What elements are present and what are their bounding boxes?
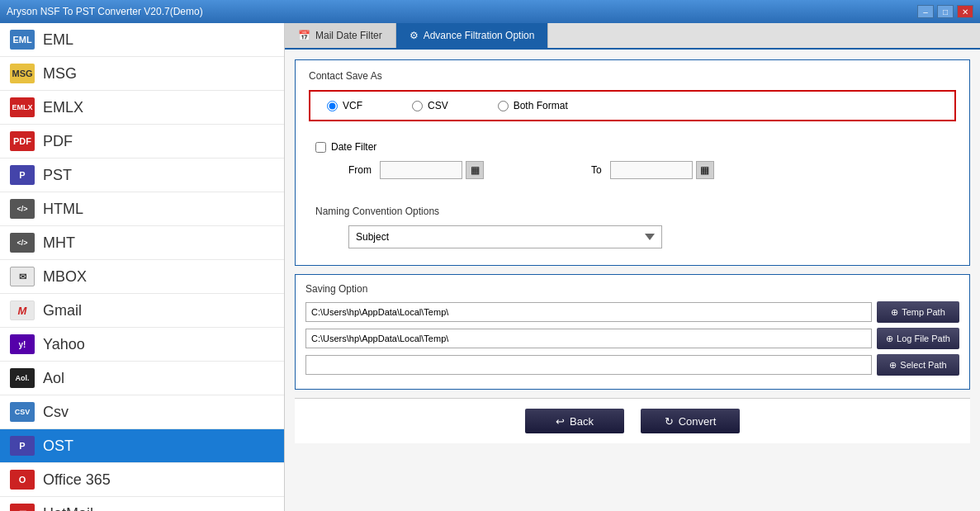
convert-label: Convert [679,415,717,428]
sidebar-label-hotmail: HotMail [43,505,93,512]
gmail-icon: M [10,300,35,320]
to-date-input[interactable] [610,161,693,179]
back-button[interactable]: ↩ Back [525,409,624,433]
pdf-icon: PDF [10,131,35,151]
mbox-icon: ✉ [10,267,35,286]
date-filter-checkbox[interactable] [315,142,326,153]
to-date-group: ▦ [610,161,714,179]
mail-date-filter-icon: 📅 [298,30,310,41]
log-file-path-label: Log File Path [897,334,950,343]
naming-convention-label: Naming Convention Options [315,206,949,217]
temp-path-input[interactable]: C:\Users\hp\AppData\Local\Temp\ [305,302,872,322]
sidebar-label-ost: OST [43,438,73,455]
sidebar-item-office365[interactable]: O Office 365 [0,463,284,497]
title-bar: Aryson NSF To PST Converter V20.7(Demo) … [0,0,980,23]
select-path-icon: ⊕ [889,360,897,371]
sidebar-item-eml[interactable]: EML EML [0,23,284,57]
log-file-path-input[interactable]: C:\Users\hp\AppData\Local\Temp\ [305,329,872,348]
from-label: From [348,164,372,176]
csv-icon: CSV [10,402,35,422]
tab-mail-date-filter[interactable]: 📅 Mail Date Filter [285,23,396,48]
pst-icon: P [10,165,35,185]
sidebar-item-csv[interactable]: CSV Csv [0,395,284,429]
close-button[interactable]: ✕ [957,5,973,18]
advance-filtration-icon: ⚙ [410,30,419,41]
sidebar-label-mht: MHT [43,234,75,252]
log-file-path-button[interactable]: ⊕ Log File Path [877,328,959,349]
office365-icon: O [10,470,35,490]
saving-option-label: Saving Option [305,283,959,295]
from-date-group: ▦ [380,161,484,179]
csv-radio[interactable] [412,101,423,111]
sidebar-label-aol: Aol [43,370,64,387]
date-filter-row: Date Filter [315,141,949,153]
sidebar-label-pst: PST [43,167,72,184]
to-label: To [591,164,602,176]
from-date-input[interactable] [380,161,462,179]
select-path-button[interactable]: ⊕ Select Path [877,354,959,376]
tab-advance-filtration[interactable]: ⚙ Advance Filtration Option [396,23,549,48]
sidebar-item-msg[interactable]: MSG MSG [0,57,284,91]
hotmail-icon: ✉ [10,504,35,511]
vcf-radio[interactable] [327,101,338,111]
minimize-button[interactable]: – [917,5,934,18]
contact-save-options: VCF CSV Both Format [309,90,956,121]
sidebar-item-mht[interactable]: </> MHT [0,226,284,260]
sidebar-item-yahoo[interactable]: y! Yahoo [0,328,284,362]
sidebar-label-emlx: EMLX [43,99,83,116]
vcf-option[interactable]: VCF [327,100,362,111]
back-label: Back [570,415,594,428]
to-calendar-button[interactable]: ▦ [696,161,714,179]
convert-icon: ↻ [665,415,674,428]
sidebar-item-emlx[interactable]: EMLX EMLX [0,91,284,125]
aol-icon: Aol. [10,368,35,388]
sidebar-item-ost[interactable]: P OST [0,429,284,463]
log-file-path-row: C:\Users\hp\AppData\Local\Temp\ ⊕ Log Fi… [305,328,959,349]
temp-path-icon: ⊕ [891,307,898,318]
sidebar-label-office365: Office 365 [43,471,111,489]
from-calendar-button[interactable]: ▦ [466,161,484,179]
sidebar-item-aol[interactable]: Aol. Aol [0,362,284,395]
temp-path-label: Temp Path [902,307,945,317]
csv-option[interactable]: CSV [412,100,448,111]
date-filter-label: Date Filter [331,141,376,153]
sidebar-label-msg: MSG [43,65,77,83]
emlx-icon: EMLX [10,97,35,117]
sidebar-label-csv: Csv [43,404,69,421]
sidebar-item-mbox[interactable]: ✉ MBOX [0,260,284,294]
contact-save-as-label: Contact Save As [309,70,956,82]
mht-icon: </> [10,233,35,253]
sidebar: EML EML MSG MSG EMLX EMLX PDF PDF P PST … [0,23,285,511]
bottom-bar: ↩ Back ↻ Convert [295,398,970,443]
select-path-label: Select Path [900,360,946,370]
ost-icon: P [10,436,35,456]
contact-save-as-section: Contact Save As VCF CSV Both Format [295,59,970,266]
log-file-path-icon: ⊕ [886,334,893,344]
csv-label: CSV [428,100,448,111]
both-format-option[interactable]: Both Format [498,100,568,111]
select-path-input[interactable] [305,355,872,375]
temp-path-row: C:\Users\hp\AppData\Local\Temp\ ⊕ Temp P… [305,301,959,323]
sidebar-item-pdf[interactable]: PDF PDF [0,125,284,159]
both-format-radio[interactable] [498,101,509,111]
sidebar-item-gmail[interactable]: M Gmail [0,294,284,328]
sidebar-item-hotmail[interactable]: ✉ HotMail [0,497,284,511]
naming-convention-select[interactable]: Subject Date From To [348,225,662,248]
sidebar-label-mbox: MBOX [43,268,87,286]
sidebar-label-pdf: PDF [43,133,73,150]
html-icon: </> [10,199,35,219]
maximize-button[interactable]: □ [937,5,954,18]
content-area: 📅 Mail Date Filter ⚙ Advance Filtration … [285,23,980,511]
yahoo-icon: y! [10,334,35,354]
tab-advance-filtration-label: Advance Filtration Option [424,30,535,41]
sidebar-item-html[interactable]: </> HTML [0,192,284,226]
vcf-label: VCF [343,100,362,111]
main-panel: Contact Save As VCF CSV Both Format [285,50,980,511]
temp-path-button[interactable]: ⊕ Temp Path [877,301,959,323]
title-text: Aryson NSF To PST Converter V20.7(Demo) [7,6,203,17]
sidebar-label-yahoo: Yahoo [43,336,85,353]
convert-button[interactable]: ↻ Convert [641,409,740,433]
both-format-label: Both Format [514,100,568,111]
eml-icon: EML [10,30,35,50]
sidebar-item-pst[interactable]: P PST [0,159,284,192]
